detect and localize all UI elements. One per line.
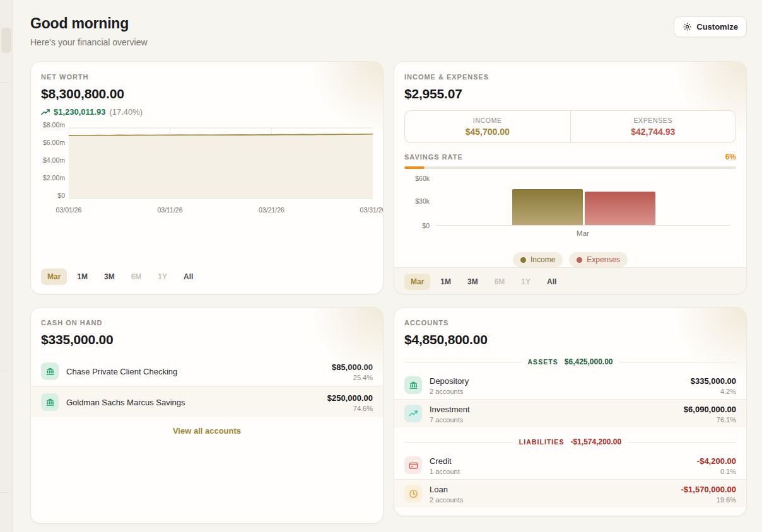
group-name: Investment xyxy=(430,405,470,414)
expenses-summary: EXPENSES $42,744.93 xyxy=(570,111,736,142)
income-summary: INCOME $45,700.00 xyxy=(405,111,570,142)
sidebar-divider xyxy=(0,82,9,83)
income-expenses-title: INCOME & EXPENSES xyxy=(404,73,736,81)
assets-list: Depository 2 accounts $335,000.00 4.2% xyxy=(394,371,746,427)
trending-up-icon xyxy=(404,405,422,422)
group-amount: -$4,200.00 xyxy=(697,456,736,466)
cash-title: CASH ON HAND xyxy=(41,319,373,327)
period-all[interactable]: All xyxy=(541,274,563,290)
expenses-amount: $42,744.93 xyxy=(631,127,675,137)
cash-account-list: Chase Private Client Checking $85,000.00… xyxy=(31,356,383,417)
sidebar-handle[interactable] xyxy=(1,28,11,53)
accounts-value: $4,850,800.00 xyxy=(404,332,736,347)
income-label: INCOME xyxy=(473,117,502,124)
net-worth-x-axis: 03/01/26 03/11/26 03/21/26 03/31/26 xyxy=(69,206,373,215)
liability-row-credit[interactable]: Credit 1 account -$4,200.00 0.1% xyxy=(394,451,746,479)
bank-icon xyxy=(404,376,422,394)
bank-icon xyxy=(41,393,59,411)
period-1y[interactable]: 1Y xyxy=(151,269,173,285)
income-amount: $45,700.00 xyxy=(466,127,510,137)
net-worth-card: NET WORTH $8,300,800.00 $1,230,011.93 (1… xyxy=(30,61,384,294)
collapsed-sidebar xyxy=(0,0,13,532)
net-worth-value: $8,300,800.00 xyxy=(41,86,373,101)
page-header: Good morning Here's your financial overv… xyxy=(30,15,747,47)
group-amount: $335,000.00 xyxy=(691,376,736,386)
page-title: Good morning xyxy=(30,15,148,32)
legend-income[interactable]: Income xyxy=(513,252,563,267)
credit-card-icon xyxy=(404,456,422,474)
period-all[interactable]: All xyxy=(177,269,199,285)
net-worth-chart: $8.00m $6.00m $4.00m $2.00m $0 xyxy=(41,124,378,225)
period-1m[interactable]: 1M xyxy=(434,274,457,290)
group-detail: 2 accounts xyxy=(430,496,463,504)
income-expenses-summary: INCOME $45,700.00 EXPENSES $42,744.93 xyxy=(404,110,736,143)
period-6m[interactable]: 6M xyxy=(488,274,512,290)
clock-icon xyxy=(404,485,422,502)
cash-on-hand-card: CASH ON HAND $335,000.00 Chase Private C… xyxy=(30,307,384,524)
savings-rate-bar xyxy=(404,166,736,169)
group-percent: 4.2% xyxy=(691,388,736,395)
expenses-label: EXPENSES xyxy=(633,117,672,124)
period-1m[interactable]: 1M xyxy=(71,269,94,285)
liability-row-loan[interactable]: Loan 2 accounts -$1,570,000.00 19.6% xyxy=(394,479,746,507)
group-percent: 0.1% xyxy=(697,468,736,475)
income-expenses-footer: Mar 1M 3M 6M 1Y All xyxy=(394,267,746,294)
account-row-chase[interactable]: Chase Private Client Checking $85,000.00… xyxy=(31,356,383,386)
legend-expenses[interactable]: Expenses xyxy=(569,252,628,267)
liabilities-label: LIABILITIES xyxy=(519,438,565,446)
asset-row-investment[interactable]: Investment 7 accounts $6,090,000.00 76.1… xyxy=(394,399,746,427)
net-worth-change-percent: (17.40%) xyxy=(109,107,143,117)
assets-label: ASSETS xyxy=(527,358,558,366)
group-amount: -$1,570,000.00 xyxy=(681,485,736,494)
period-mar[interactable]: Mar xyxy=(41,269,67,285)
net-worth-title: NET WORTH xyxy=(41,73,373,81)
income-dot-icon xyxy=(520,257,526,263)
account-name: Chase Private Client Checking xyxy=(66,367,177,376)
group-detail: 2 accounts xyxy=(430,388,469,395)
group-percent: 76.1% xyxy=(684,416,736,424)
expenses-bar[interactable] xyxy=(585,192,655,225)
period-3m[interactable]: 3M xyxy=(461,274,484,290)
gear-icon xyxy=(683,22,692,32)
net-worth-y-axis: $8.00m $6.00m $4.00m $2.00m $0 xyxy=(41,124,69,202)
group-name: Depository xyxy=(430,376,469,386)
account-percent: 74.6% xyxy=(327,405,373,412)
expenses-dot-icon xyxy=(577,257,582,263)
chart-legend: Income Expenses xyxy=(404,252,736,267)
group-detail: 1 account xyxy=(430,468,460,475)
bank-icon xyxy=(41,362,59,380)
accounts-title: ACCOUNTS xyxy=(404,319,736,327)
period-6m[interactable]: 6M xyxy=(125,269,148,285)
liabilities-section-header: LIABILITIES -$1,574,200.00 xyxy=(394,437,746,446)
net-worth-period-selector: Mar 1M 3M 6M 1Y All xyxy=(41,269,383,285)
net-worth-line-chart xyxy=(69,124,373,202)
savings-rate-value: 6% xyxy=(725,153,736,161)
account-row-goldman[interactable]: Goldman Sachs Marcus Savings $250,000.00… xyxy=(31,386,383,417)
group-name: Credit xyxy=(430,456,452,466)
account-name: Goldman Sachs Marcus Savings xyxy=(66,398,185,407)
group-name: Loan xyxy=(430,485,448,494)
savings-rate-label: SAVINGS RATE xyxy=(404,153,463,161)
sidebar-divider xyxy=(0,371,9,371)
view-all-accounts-link[interactable]: View all accounts xyxy=(173,426,241,436)
income-bar[interactable] xyxy=(512,189,583,225)
period-1y[interactable]: 1Y xyxy=(515,274,537,290)
customize-label: Customize xyxy=(696,22,738,32)
liabilities-list: Credit 1 account -$4,200.00 0.1% xyxy=(394,451,746,507)
bar-chart-x-label: Mar xyxy=(436,229,730,237)
cash-value: $335,000.00 xyxy=(41,332,373,347)
dashboard-main: Good morning Here's your financial overv… xyxy=(13,0,762,532)
page-subtitle: Here's your financial overview xyxy=(30,37,148,47)
period-3m[interactable]: 3M xyxy=(98,269,121,285)
assets-total: $6,425,000.00 xyxy=(565,357,613,366)
liabilities-total: -$1,574,200.00 xyxy=(570,437,621,446)
account-percent: 25.4% xyxy=(332,374,373,381)
income-expenses-value: $2,955.07 xyxy=(404,86,736,101)
income-expenses-period-selector: Mar 1M 3M 6M 1Y All xyxy=(404,274,736,290)
period-mar[interactable]: Mar xyxy=(404,274,430,290)
asset-row-depository[interactable]: Depository 2 accounts $335,000.00 4.2% xyxy=(394,371,746,399)
group-detail: 7 accounts xyxy=(430,416,470,424)
customize-button[interactable]: Customize xyxy=(674,16,747,37)
account-amount: $85,000.00 xyxy=(332,362,373,372)
accounts-card: ACCOUNTS $4,850,800.00 ASSETS $6,425,000… xyxy=(394,307,747,516)
